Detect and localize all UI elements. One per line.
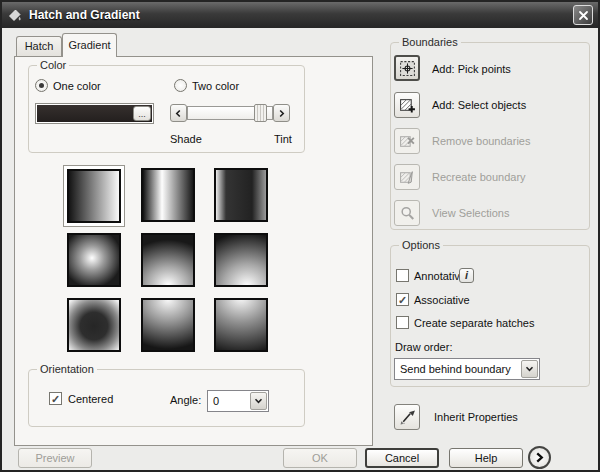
annotative-info-button[interactable]: i [459,268,474,283]
ok-button: OK [283,448,357,468]
right-chevron-icon [278,109,285,118]
annotative-checkbox[interactable] [396,269,409,282]
recreate-boundary-button [394,164,420,190]
view-selections-label: View Selections [432,207,509,219]
angle-label: Angle: [170,394,201,406]
two-color-radio[interactable] [174,79,187,92]
close-button[interactable] [573,5,593,25]
pick-points-icon [399,60,416,77]
recreate-boundary-icon [399,169,416,186]
gradient-tile-cylinder[interactable] [141,168,195,222]
draw-order-combo[interactable]: Send behind boundary [394,358,540,380]
remove-boundaries-label: Remove boundaries [432,135,530,147]
recreate-boundary-label: Recreate boundary [432,171,526,183]
shade-tint-slider-handle[interactable] [254,104,267,122]
tab-gradient[interactable]: Gradient [62,33,117,57]
color-swatch[interactable]: ... [35,103,154,124]
shade-arrow-button[interactable] [170,104,187,122]
options-group-title: Options [399,239,443,251]
remove-boundaries-icon [399,133,416,150]
color-browse-button[interactable]: ... [133,106,151,121]
add-pick-points-button[interactable] [394,55,420,81]
check-icon: ✓ [51,393,60,405]
add-pick-points-label: Add: Pick points [432,63,511,75]
one-color-radio[interactable] [35,79,48,92]
view-selections-button [394,200,420,226]
draw-order-value: Send behind boundary [400,363,511,375]
associative-checkbox[interactable]: ✓ [396,293,409,306]
window-title: Hatch and Gradient [29,8,140,22]
gradient-tile-inverted-hemispherical[interactable] [141,298,195,352]
tint-arrow-button[interactable] [273,104,290,122]
info-icon: i [465,269,468,281]
chevron-down-icon [525,366,534,372]
create-separate-hatches-checkbox[interactable] [396,316,409,329]
boundaries-group-title: Boundaries [399,36,461,48]
gradient-tile-spherical[interactable] [67,233,121,287]
color-group-title: Color [37,59,69,71]
gradient-tile-hemispherical[interactable] [141,233,195,287]
gradient-tile-inverted-spherical[interactable] [67,298,121,352]
angle-value: 0 [213,395,219,407]
shade-label: Shade [170,133,202,145]
gradient-tile-linear[interactable] [67,169,121,223]
expand-right-icon [535,452,544,463]
left-chevron-icon [175,109,182,118]
gradient-tile-curved[interactable] [214,233,268,287]
add-select-objects-label: Add: Select objects [432,99,526,111]
draw-order-dropdown-button[interactable] [521,360,538,378]
inherit-properties-button[interactable] [394,404,420,430]
cancel-button[interactable]: Cancel [365,448,439,468]
centered-checkbox[interactable]: ✓ [49,392,62,405]
angle-combo[interactable]: 0 [207,390,269,412]
create-separate-hatches-label: Create separate hatches [414,317,534,329]
draw-order-label: Draw order: [395,341,452,353]
chevron-down-icon [254,398,263,404]
associative-label: Associative [414,294,470,306]
gradient-tile-inverted-cylinder[interactable] [214,168,268,222]
angle-dropdown-button[interactable] [250,392,267,410]
orientation-group-title: Orientation [37,363,97,375]
more-options-button[interactable] [528,446,551,469]
preview-button: Preview [18,448,92,468]
tint-label: Tint [274,133,292,145]
inherit-properties-label: Inherit Properties [434,411,518,423]
magnifier-icon [399,205,416,222]
select-objects-icon [399,97,416,114]
close-icon [578,10,589,21]
remove-boundaries-button [394,128,420,154]
inherit-properties-brush-icon [399,409,416,426]
tab-hatch[interactable]: Hatch [16,36,62,56]
title-bar[interactable]: Hatch and Gradient [2,2,598,28]
centered-label: Centered [68,393,113,405]
add-select-objects-button[interactable] [394,92,420,118]
two-color-label: Two color [192,80,239,92]
app-icon [7,7,23,23]
help-button[interactable]: Help [449,448,523,468]
one-color-label: One color [53,80,101,92]
hatch-and-gradient-dialog: Hatch and Gradient Hatch Gradient Color … [0,0,600,472]
check-icon: ✓ [398,294,407,306]
gradient-tile-inverted-curved[interactable] [214,298,268,352]
